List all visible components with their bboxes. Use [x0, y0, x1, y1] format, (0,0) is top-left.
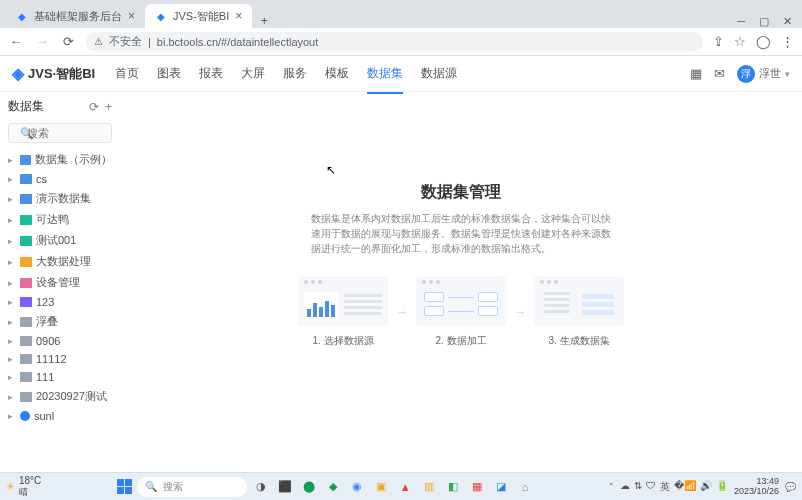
taskbar-app-icon[interactable]: ◪: [491, 477, 511, 497]
tray-volume-icon[interactable]: 🔊: [700, 480, 712, 494]
sidebar-item-label: 测试001: [36, 233, 76, 248]
favicon-icon: ◆: [16, 10, 28, 22]
tab-title: JVS-智能BI: [173, 9, 229, 24]
tab-close-icon[interactable]: ×: [128, 9, 135, 23]
tray-icon[interactable]: ⇅: [634, 480, 642, 494]
taskbar-search[interactable]: 🔍 搜索: [137, 477, 247, 497]
taskbar-app-icon[interactable]: ◑: [251, 477, 271, 497]
browser-tab-active[interactable]: ◆ JVS-智能BI ×: [145, 4, 252, 28]
caret-icon: ▸: [8, 354, 16, 364]
window-controls: ─ ▢ ✕: [737, 15, 802, 28]
nav-item[interactable]: 首页: [115, 63, 139, 84]
caret-icon: ▸: [8, 372, 16, 382]
nav-item[interactable]: 服务: [283, 63, 307, 84]
new-tab-button[interactable]: +: [252, 14, 276, 28]
nav-forward-icon[interactable]: →: [34, 34, 50, 49]
taskbar-weather[interactable]: ☀ 18°C 晴: [6, 475, 41, 499]
nav-reload-icon[interactable]: ⟳: [60, 34, 76, 49]
start-button[interactable]: [115, 478, 133, 496]
app-logo[interactable]: ◈ JVS·智能BI: [12, 64, 95, 83]
system-tray[interactable]: ☁ ⇅ 🛡 英 �📶 🔊 🔋: [620, 480, 728, 494]
chevron-down-icon: ▾: [785, 69, 790, 79]
taskbar-app-icon[interactable]: ◧: [443, 477, 463, 497]
step-2-illustration: [416, 276, 506, 326]
sidebar-add-icon[interactable]: +: [105, 100, 112, 114]
taskbar-app-icon[interactable]: ▦: [467, 477, 487, 497]
sidebar-item[interactable]: ▸演示数据集: [0, 188, 120, 209]
sidebar-item[interactable]: ▸测试001: [0, 230, 120, 251]
step-2-card: 2. 数据加工: [416, 276, 506, 348]
message-icon[interactable]: ✉: [714, 66, 725, 81]
taskbar-app-icon[interactable]: ⬛: [275, 477, 295, 497]
notifications-icon[interactable]: 💬: [785, 482, 796, 492]
sidebar-item-label: 11112: [36, 353, 67, 365]
sidebar-item[interactable]: ▸11112: [0, 350, 120, 368]
window-minimize-icon[interactable]: ─: [737, 15, 745, 28]
sidebar-item[interactable]: ▸大数据处理: [0, 251, 120, 272]
browser-tab[interactable]: ◆ 基础框架服务后台 ×: [6, 4, 145, 28]
window-maximize-icon[interactable]: ▢: [759, 15, 769, 28]
taskbar-app-icon[interactable]: ⬤: [299, 477, 319, 497]
sidebar-item[interactable]: ▸111: [0, 368, 120, 386]
taskbar-app-icon[interactable]: ▣: [371, 477, 391, 497]
insecure-icon: ⚠: [94, 36, 103, 47]
taskbar-clock[interactable]: 13:49 2023/10/26: [734, 477, 779, 497]
taskbar-app-icon[interactable]: ▥: [419, 477, 439, 497]
step-2-label: 2. 数据加工: [416, 334, 506, 348]
sidebar-item-label: 123: [36, 296, 54, 308]
user-menu[interactable]: 浮 浮世 ▾: [737, 65, 790, 83]
browser-tab-strip: ◆ 基础框架服务后台 × ◆ JVS-智能BI × + ─ ▢ ✕: [0, 0, 802, 28]
tray-chevron-icon[interactable]: ˄: [609, 482, 614, 492]
browser-address-bar: ← → ⟳ ⚠ 不安全 | bi.bctools.cn/#/dataintell…: [0, 28, 802, 56]
taskbar-app-icon[interactable]: ⌂: [515, 477, 535, 497]
step-3-card: 3. 生成数据集: [534, 276, 624, 348]
nav-item[interactable]: 模板: [325, 63, 349, 84]
apps-grid-icon[interactable]: ▦: [690, 66, 702, 81]
step-1-card: 1. 选择数据源: [298, 276, 388, 348]
sidebar-item[interactable]: ▸0906: [0, 332, 120, 350]
tab-close-icon[interactable]: ×: [235, 9, 242, 23]
nav-item[interactable]: 图表: [157, 63, 181, 84]
main-nav: 首页图表报表大屏服务模板数据集数据源: [115, 63, 457, 84]
tray-icon[interactable]: ☁: [620, 480, 630, 494]
sidebar-item[interactable]: ▸可达鸭: [0, 209, 120, 230]
nav-item[interactable]: 报表: [199, 63, 223, 84]
sidebar-item[interactable]: ▸数据集（示例）: [0, 149, 120, 170]
sidebar-item-label: 111: [36, 371, 54, 383]
tray-ime-icon[interactable]: 英: [660, 480, 670, 494]
windows-logo-icon: [117, 479, 132, 494]
tray-wifi-icon[interactable]: �📶: [674, 480, 696, 494]
profile-icon[interactable]: ◯: [756, 34, 771, 49]
sidebar-item-label: sunl: [34, 410, 54, 422]
taskbar-app-icon[interactable]: ◆: [323, 477, 343, 497]
folder-icon: [20, 278, 32, 288]
windows-taskbar: ☀ 18°C 晴 🔍 搜索 ◑ ⬛ ⬤ ◆ ◉ ▣ ▲ ▥ ◧ ▦ ◪ ⌂ ˄: [0, 472, 802, 500]
sidebar-item[interactable]: ▸20230927测试: [0, 386, 120, 407]
caret-icon: ▸: [8, 411, 16, 421]
folder-icon: [20, 392, 32, 402]
folder-icon: [20, 215, 32, 225]
nav-back-icon[interactable]: ←: [8, 34, 24, 49]
window-close-icon[interactable]: ✕: [783, 15, 792, 28]
caret-icon: ▸: [8, 278, 16, 288]
sidebar-item[interactable]: ▸sunl: [0, 407, 120, 425]
nav-item[interactable]: 大屏: [241, 63, 265, 84]
sidebar-item[interactable]: ▸cs: [0, 170, 120, 188]
sidebar-item[interactable]: ▸设备管理: [0, 272, 120, 293]
taskbar-app-icon[interactable]: ▲: [395, 477, 415, 497]
url-input[interactable]: ⚠ 不安全 | bi.bctools.cn/#/dataintellectlay…: [86, 32, 703, 52]
sidebar-item[interactable]: ▸123: [0, 293, 120, 311]
sidebar-refresh-icon[interactable]: ⟳: [89, 100, 99, 114]
bookmark-icon[interactable]: ☆: [734, 34, 746, 49]
taskbar-app-icon[interactable]: ◉: [347, 477, 367, 497]
folder-icon: [20, 372, 32, 382]
sidebar-item-label: cs: [36, 173, 47, 185]
tray-battery-icon[interactable]: 🔋: [716, 480, 728, 494]
menu-icon[interactable]: ⋮: [781, 34, 794, 49]
sidebar-item[interactable]: ▸浮叠: [0, 311, 120, 332]
tray-icon[interactable]: 🛡: [646, 480, 656, 494]
share-icon[interactable]: ⇪: [713, 34, 724, 49]
nav-item[interactable]: 数据集: [367, 63, 403, 84]
url-text: bi.bctools.cn/#/dataintellectlayout: [157, 36, 318, 48]
nav-item[interactable]: 数据源: [421, 63, 457, 84]
